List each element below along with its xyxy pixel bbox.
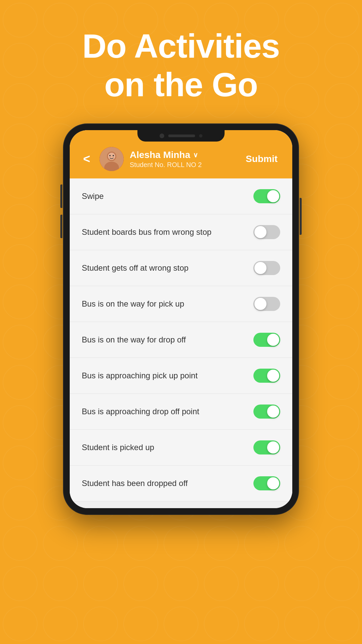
toggle-thumb-bus-dropoff xyxy=(267,334,279,346)
volume-up-button xyxy=(60,184,62,208)
svg-point-4 xyxy=(109,155,111,156)
speaker-icon xyxy=(168,135,195,137)
toggle-switch-student-dropped[interactable] xyxy=(253,476,280,490)
toggle-label-student-dropped: Student has been dropped off xyxy=(82,479,253,488)
toggle-thumb-student-dropped xyxy=(267,477,279,489)
front-camera-icon xyxy=(160,133,164,138)
toggle-switch-swipe[interactable] xyxy=(253,189,280,203)
toggle-item-bus-approaching-pickup: Bus is approaching pick up point xyxy=(70,358,292,394)
toggle-item-student-picked: Student is picked up xyxy=(70,430,292,466)
toggle-switch-bus-approaching-dropoff[interactable] xyxy=(253,405,280,419)
toggle-item-swipe: Swipe xyxy=(70,178,292,214)
phone-screen: < Alesha Minha xyxy=(70,130,292,508)
toggle-item-wrong-stop-board: Student boards bus from wrong stop xyxy=(70,214,292,250)
toggle-item-bus-pickup: Bus is on the way for pick up xyxy=(70,286,292,322)
toggle-switch-wrong-stop-board[interactable] xyxy=(253,225,280,239)
sensor-icon xyxy=(199,134,202,138)
phone-notch xyxy=(137,130,225,142)
toggle-label-bus-dropoff: Bus is on the way for drop off xyxy=(82,335,253,344)
power-button xyxy=(300,198,302,235)
back-button[interactable]: < xyxy=(80,151,94,167)
toggle-switch-student-picked[interactable] xyxy=(253,440,280,454)
svg-point-5 xyxy=(113,155,114,156)
toggle-switch-bus-dropoff[interactable] xyxy=(253,333,280,347)
toggle-item-wrong-stop-off: Student gets off at wrong stop xyxy=(70,250,292,286)
phone-mockup: < Alesha Minha xyxy=(0,124,362,514)
toggle-thumb-wrong-stop-board xyxy=(254,226,266,238)
phone-body: < Alesha Minha xyxy=(64,124,298,514)
toggle-list: SwipeStudent boards bus from wrong stopS… xyxy=(70,178,292,508)
toggle-label-student-picked: Student is picked up xyxy=(82,443,253,452)
dropdown-chevron-icon[interactable]: ∨ xyxy=(193,151,198,159)
toggle-item-bus-dropoff: Bus is on the way for drop off xyxy=(70,322,292,358)
toggle-item-student-dropped: Student has been dropped off xyxy=(70,466,292,501)
toggle-thumb-bus-approaching-dropoff xyxy=(267,406,279,418)
toggle-label-bus-pickup: Bus is on the way for pick up xyxy=(82,299,253,309)
toggle-thumb-wrong-stop-off xyxy=(254,262,266,274)
student-roll: Student No. ROLL NO 2 xyxy=(130,161,235,169)
toggle-thumb-bus-pickup xyxy=(254,298,266,310)
toggle-label-wrong-stop-board: Student boards bus from wrong stop xyxy=(82,227,253,237)
toggle-thumb-swipe xyxy=(267,190,279,202)
avatar xyxy=(100,147,124,171)
toggle-label-swipe: Swipe xyxy=(82,192,253,201)
toggle-switch-bus-approaching-pickup[interactable] xyxy=(253,369,280,383)
student-name: Alesha Minha ∨ xyxy=(130,150,235,160)
student-info: Alesha Minha ∨ Student No. ROLL NO 2 xyxy=(130,150,235,169)
page-title-line1: Do Activities on the Go xyxy=(0,27,362,104)
toggle-switch-wrong-stop-off[interactable] xyxy=(253,261,280,275)
toggle-switch-bus-pickup[interactable] xyxy=(253,297,280,311)
toggle-item-bus-approaching-dropoff: Bus is approaching drop off point xyxy=(70,394,292,430)
toggle-label-bus-approaching-pickup: Bus is approaching pick up point xyxy=(82,371,253,380)
toggle-label-bus-approaching-dropoff: Bus is approaching drop off point xyxy=(82,407,253,416)
toggle-thumb-student-picked xyxy=(267,441,279,453)
toggle-label-wrong-stop-off: Student gets off at wrong stop xyxy=(82,263,253,273)
toggle-thumb-bus-approaching-pickup xyxy=(267,370,279,382)
page-title-block: Do Activities on the Go xyxy=(0,0,362,124)
submit-button[interactable]: Submit xyxy=(241,151,282,167)
volume-down-button xyxy=(60,215,62,238)
